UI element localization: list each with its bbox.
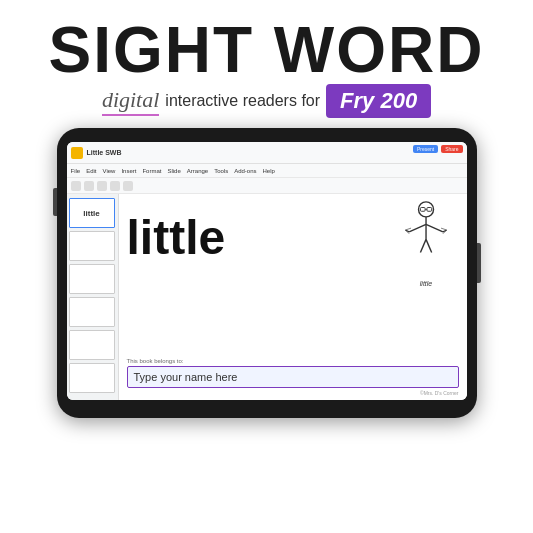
menu-view[interactable]: View — [103, 168, 116, 174]
menu-format[interactable]: Format — [142, 168, 161, 174]
digital-label: digital — [102, 87, 159, 116]
toolbar-btn-2[interactable] — [84, 181, 94, 191]
sign-language-figure: little — [394, 200, 459, 275]
page-header: SIGHT WORD — [20, 18, 513, 82]
toolbar-btn-3[interactable] — [97, 181, 107, 191]
subtitle-rest: interactive readers for — [165, 92, 320, 110]
thumb-word-1: little — [83, 209, 99, 218]
thumbnail-1[interactable]: little — [69, 198, 115, 228]
menu-slide[interactable]: Slide — [167, 168, 180, 174]
share-button[interactable]: Share — [441, 145, 462, 153]
toolbar-btn-5[interactable] — [123, 181, 133, 191]
tablet-side-button-left — [53, 188, 57, 216]
slide-main-area: little — [127, 200, 459, 356]
menu-file[interactable]: File — [71, 168, 81, 174]
subtitle-row: digital interactive readers for Fry 200 — [20, 84, 513, 118]
menu-tools[interactable]: Tools — [214, 168, 228, 174]
slides-main-area: little little — [67, 194, 467, 400]
sign-label: little — [394, 280, 459, 287]
name-input-placeholder: Type your name here — [134, 371, 238, 383]
svg-line-10 — [426, 239, 432, 252]
thumbnail-6[interactable] — [69, 363, 115, 393]
svg-rect-2 — [426, 208, 431, 212]
sign-figure-svg — [394, 200, 459, 275]
slides-thumbnail-panel: little — [67, 194, 119, 400]
fry-badge: Fry 200 — [326, 84, 431, 118]
svg-line-9 — [420, 239, 426, 252]
tablet-screen: Little SWB Present Share File Edit View … — [67, 142, 467, 400]
name-input-box[interactable]: Type your name here — [127, 366, 459, 388]
sight-word-display: little — [127, 210, 394, 265]
thumbnail-2[interactable] — [69, 231, 115, 261]
toolbar-btn-4[interactable] — [110, 181, 120, 191]
menu-help[interactable]: Help — [263, 168, 275, 174]
present-area: Present Share — [413, 145, 463, 153]
svg-line-7 — [426, 224, 443, 232]
svg-rect-1 — [420, 208, 425, 212]
slides-menu-bar: File Edit View Insert Format Slide Arran… — [67, 164, 467, 178]
slides-topbar: Little SWB Present Share — [67, 142, 467, 164]
menu-edit[interactable]: Edit — [86, 168, 96, 174]
svg-line-5 — [409, 224, 426, 232]
menu-insert[interactable]: Insert — [121, 168, 136, 174]
active-slide: little — [119, 194, 467, 400]
tablet-side-button-right — [477, 243, 481, 283]
slides-title: Little SWB — [87, 149, 122, 156]
slide-bottom: This book belongs to: Type your name her… — [127, 356, 459, 396]
slides-toolbar — [67, 178, 467, 194]
toolbar-btn-1[interactable] — [71, 181, 81, 191]
thumbnail-3[interactable] — [69, 264, 115, 294]
present-button[interactable]: Present — [413, 145, 438, 153]
copyright-text: ©Mrs. D's Corner — [127, 390, 459, 396]
belongs-to-label: This book belongs to: — [127, 358, 459, 364]
tablet-device: Little SWB Present Share File Edit View … — [57, 128, 477, 418]
main-title: SIGHT WORD — [20, 18, 513, 82]
thumbnail-4[interactable] — [69, 297, 115, 327]
slides-app-icon — [71, 147, 83, 159]
menu-addons[interactable]: Add-ons — [234, 168, 256, 174]
menu-arrange[interactable]: Arrange — [187, 168, 208, 174]
thumbnail-5[interactable] — [69, 330, 115, 360]
